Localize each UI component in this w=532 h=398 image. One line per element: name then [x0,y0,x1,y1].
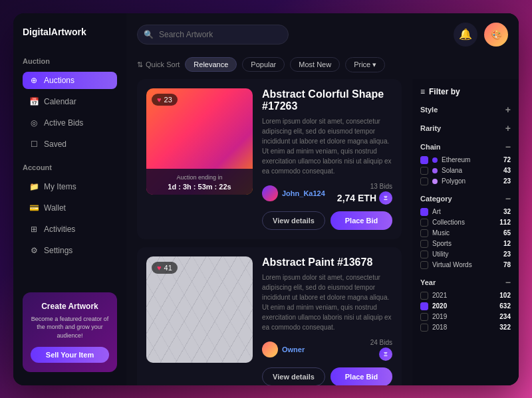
sidebar-item-settings[interactable]: ⚙ Settings [23,242,117,259]
auctions-icon: ⊕ [29,76,39,85]
filter-bar: ⇅ Quick Sort Relevance Popular Most New … [126,53,519,79]
cat-name-utility: Utility [432,250,499,258]
sell-your-item-button[interactable]: Sell Your Item [31,347,109,363]
item-title-1: Abstract Colorful Shape #17263 [262,88,392,112]
cat-count-art: 32 [503,208,511,215]
owner-avatar-1 [262,185,278,201]
rarity-plus-icon[interactable]: + [505,123,511,134]
item-card: ♥ 23 Auction ending in 1d : 3h : 53m : 2… [137,79,402,239]
search-input[interactable] [137,25,289,45]
category-item-utility[interactable]: Utility 23 [420,250,511,258]
view-details-button-2[interactable]: View details [262,367,325,385]
user-avatar[interactable]: 🎨 [484,23,508,47]
settings-icon: ⚙ [29,246,39,255]
year-checkbox-2018 [420,324,428,332]
year-minus-icon[interactable]: − [505,277,511,288]
main-content: 🔍 🔔 🎨 ⇅ Quick Sort Relevance Popular Mos… [126,13,519,385]
sort-popular-button[interactable]: Popular [242,57,285,72]
category-item-virtual-words[interactable]: Virtual Words 78 [420,261,511,269]
category-item-sports[interactable]: Sports 12 [420,240,511,248]
like-badge-1: ♥ 23 [152,94,178,106]
items-list: ♥ 23 Auction ending in 1d : 3h : 53m : 2… [126,79,412,385]
year-item-2020[interactable]: 2020 632 [420,302,511,310]
view-details-button-1[interactable]: View details [262,211,325,230]
chain-checkbox-ethereum [420,156,428,164]
bid-info-2: 24 Bids Ξ [370,339,392,361]
year-checkbox-2021 [420,292,428,300]
sort-relevance-button[interactable]: Relevance [185,57,237,72]
like-count: 23 [164,96,172,104]
sort-label: ⇅ Quick Sort [137,60,180,69]
owner-avatar-2 [262,342,278,357]
sidebar-item-activities[interactable]: ⊞ Activities [23,221,117,238]
filter-section-category: Category − Art 32 Collections 112 [420,193,511,269]
filter-section-header-category: Category − [420,193,511,204]
year-name-2020: 2020 [432,302,495,310]
item-title-2: Abstract Paint #13678 [262,256,392,268]
category-item-art[interactable]: Art 32 [420,208,511,216]
filter-section-header-chain: Chain − [420,142,511,152]
item-actions-1: View details Place Bid [262,211,392,230]
chain-dot-polygon [432,179,438,184]
cat-count-sports: 12 [503,240,511,247]
year-name-2019: 2019 [432,313,495,320]
year-checkbox-2019 [420,313,428,321]
place-bid-button-2[interactable]: Place Bid [331,367,392,385]
sidebar-item-my-items[interactable]: 📁 My Items [23,178,117,195]
sidebar-item-label: Auctions [44,76,74,85]
chain-minus-icon[interactable]: − [505,142,511,152]
chain-item-polygon[interactable]: Polygon 23 [420,177,511,185]
chain-name-ethereum: Ethereum [442,156,499,163]
year-name-2018: 2018 [432,324,495,331]
active-bids-icon: ◎ [29,118,39,128]
year-count-2018: 322 [499,324,511,331]
sidebar-section-auction: Auction [23,57,117,65]
wallet-icon: 💳 [29,203,39,213]
filter-section-header-rarity: Rarity + [420,123,511,134]
category-item-collections[interactable]: Collections 112 [420,219,511,227]
filter-section-header-year: Year − [420,277,511,288]
item-desc-1: Lorem ipsum dolor sit amet, consectetur … [262,116,392,176]
sort-price-button[interactable]: Price ▾ [345,57,385,72]
heart-icon-2: ♥ [157,264,162,272]
chain-item-ethereum[interactable]: Ethereum 72 [420,156,511,164]
chain-item-solana[interactable]: Solana 43 [420,167,511,175]
price-val-1: 2,74 ETH [337,193,376,203]
filter-icon: ≡ [420,87,425,96]
place-bid-button-1[interactable]: Place Bid [331,211,392,230]
sidebar-item-auctions[interactable]: ⊕ Auctions [23,72,117,89]
item-thumbnail-2: ♥ 41 [146,256,253,363]
year-count-2021: 102 [499,292,511,299]
cat-name-collections: Collections [432,219,495,226]
search-box: 🔍 [137,25,289,45]
category-item-music[interactable]: Music 65 [420,229,511,237]
style-plus-icon[interactable]: + [505,104,511,115]
year-item-2019[interactable]: 2019 234 [420,313,511,321]
year-item-2018[interactable]: 2018 322 [420,324,511,332]
chain-name-polygon: Polygon [442,177,499,185]
my-items-icon: 📁 [29,182,39,191]
cat-name-virtual-words: Virtual Words [432,261,499,268]
year-item-2021[interactable]: 2021 102 [420,292,511,300]
bid-info-1: 13 Bids 2,74 ETH Ξ [337,183,392,205]
bids-count-1: 13 Bids [370,183,392,190]
price-row-1: 2,74 ETH Ξ [337,191,392,205]
item-owner-row-2: Owner 24 Bids Ξ [262,339,392,361]
category-minus-icon[interactable]: − [505,193,511,204]
sidebar-item-wallet[interactable]: 💳 Wallet [23,199,117,217]
cat-checkbox-music [420,229,428,237]
cat-name-music: Music [432,229,499,237]
filter-section-year: Year − 2021 102 2020 632 [420,277,511,332]
owner-label-2: Owner [282,346,305,353]
content-area: ♥ 23 Auction ending in 1d : 3h : 53m : 2… [126,79,519,385]
sort-most-new-button[interactable]: Most New [290,57,340,72]
sidebar-item-label: Settings [44,246,72,255]
sidebar-item-saved[interactable]: ☐ Saved [23,136,117,153]
notification-button[interactable]: 🔔 [454,23,477,47]
create-artwork-desc: Become a featured creator of the month a… [31,315,109,340]
sidebar-item-calendar[interactable]: 📅 Calendar [23,93,117,110]
chain-name-solana: Solana [442,167,499,174]
eth-icon-2: Ξ [379,348,392,361]
heart-icon: ♥ [157,96,162,104]
sidebar-item-active-bids[interactable]: ◎ Active Bids [23,114,117,132]
